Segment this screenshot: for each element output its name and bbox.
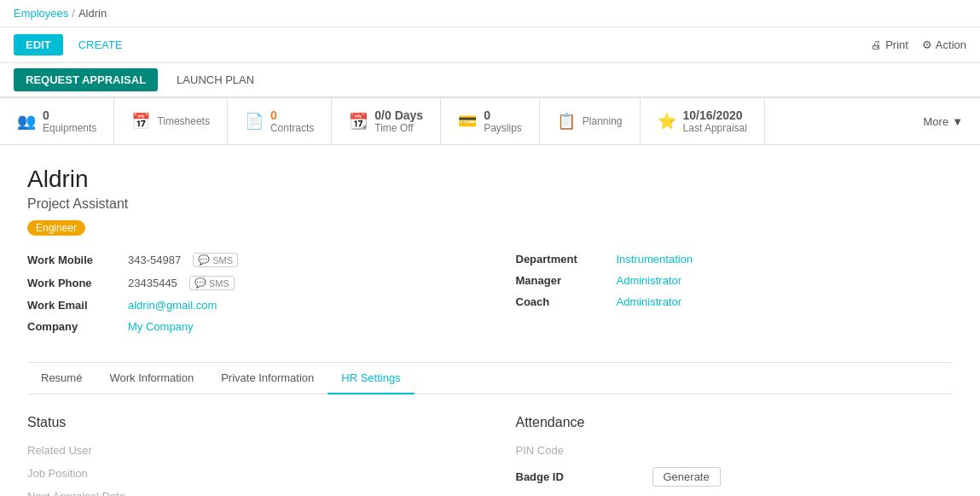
sms-phone-icon: 💬 — [194, 277, 206, 289]
work-email-value[interactable]: aldrin@gmail.com — [128, 299, 217, 312]
tabs: Resumé Work Information Private Informat… — [27, 363, 953, 394]
timeoff-count: 0/0 Days — [374, 108, 423, 122]
payslips-label: Payslips — [484, 122, 522, 134]
stat-tab-equipments[interactable]: 👥 0 Equipments — [0, 98, 114, 144]
equipments-label: Equipments — [43, 122, 96, 134]
stat-tab-planning[interactable]: 📋 Planning — [540, 98, 641, 144]
more-button[interactable]: More ▼ — [907, 98, 981, 144]
work-phone-row: Work Phone 23435445 💬 SMS — [27, 276, 465, 290]
status-title: Status — [27, 415, 465, 430]
tab-hr-settings[interactable]: HR Settings — [328, 363, 414, 394]
breadcrumb-parent[interactable]: Employees — [14, 7, 68, 20]
employee-name: Aldrin — [27, 166, 953, 193]
action-label: Action — [936, 38, 966, 51]
print-label: Print — [885, 38, 908, 51]
coach-row: Coach Administrator — [516, 295, 954, 308]
company-row: Company My Company — [27, 320, 465, 333]
appraisal-label: Last Appraisal — [683, 122, 747, 134]
create-button[interactable]: CREATE — [70, 34, 131, 55]
gear-icon: ⚙ — [922, 38, 932, 51]
work-mobile-sms-button[interactable]: 💬 SMS — [193, 253, 238, 267]
next-appraisal-label: Next Appraisal Date — [27, 490, 164, 496]
more-label: More — [924, 115, 949, 128]
work-phone-sms-button[interactable]: 💬 SMS — [189, 276, 235, 290]
breadcrumb-separator: / — [72, 7, 75, 20]
request-appraisal-button[interactable]: REQUEST APPRAISAL — [14, 68, 158, 91]
sms-mobile-icon: 💬 — [198, 254, 210, 266]
tabs-container: Resumé Work Information Private Informat… — [27, 362, 953, 496]
company-label: Company — [27, 320, 121, 333]
stat-tab-contracts[interactable]: 📄 0 Contracts — [228, 98, 332, 144]
status-section: Status Related User Job Position Next Ap… — [27, 415, 465, 496]
timeoff-label: Time Off — [374, 122, 423, 134]
action-bar: REQUEST APPRAISAL LAUNCH PLAN — [0, 63, 980, 98]
employee-info-grid: Work Mobile 343-54987 💬 SMS Work Phone 2… — [27, 253, 953, 341]
generate-button[interactable]: Generate — [652, 467, 721, 487]
payslips-count: 0 — [484, 108, 522, 122]
work-mobile-label: Work Mobile — [27, 254, 121, 266]
job-position-label: Job Position — [27, 467, 164, 480]
badge-id-row: Badge ID Generate — [516, 467, 954, 487]
timesheets-label: Timesheets — [157, 115, 210, 127]
manager-label: Manager — [516, 274, 610, 287]
timeoff-icon: 📆 — [349, 112, 368, 131]
appraisal-count: 10/16/2020 — [683, 108, 747, 122]
contracts-count: 0 — [270, 108, 314, 122]
work-mobile-value: 343-54987 — [128, 254, 181, 266]
tab-private-information[interactable]: Private Information — [207, 363, 328, 394]
badge-id-label: Badge ID — [516, 470, 652, 483]
work-phone-label: Work Phone — [27, 277, 121, 289]
equipments-icon: 👥 — [17, 112, 36, 131]
stat-tab-timeoff[interactable]: 📆 0/0 Days Time Off — [332, 98, 441, 144]
next-appraisal-row: Next Appraisal Date — [27, 490, 465, 496]
toolbar: EDIT CREATE 🖨 Print ⚙ Action — [0, 27, 980, 63]
coach-value[interactable]: Administrator — [617, 295, 682, 308]
company-value[interactable]: My Company — [128, 320, 194, 333]
print-action[interactable]: 🖨 Print — [871, 38, 908, 51]
payslips-icon: 💳 — [458, 112, 477, 131]
tab-resume[interactable]: Resumé — [27, 363, 96, 394]
launch-plan-button[interactable]: LAUNCH PLAN — [165, 68, 266, 91]
stat-tab-payslips[interactable]: 💳 0 Payslips — [441, 98, 540, 144]
stat-tabs-bar: 👥 0 Equipments 📅 Timesheets 📄 0 Contract… — [0, 98, 980, 145]
work-mobile-row: Work Mobile 343-54987 💬 SMS — [27, 253, 465, 267]
related-user-label: Related User — [27, 444, 164, 457]
manager-value[interactable]: Administrator — [617, 274, 682, 287]
department-row: Department Instrumentation — [516, 253, 954, 266]
equipments-count: 0 — [43, 108, 96, 122]
related-user-row: Related User — [27, 444, 465, 457]
department-value[interactable]: Instrumentation — [617, 253, 693, 266]
hr-settings-content: Status Related User Job Position Next Ap… — [27, 394, 953, 496]
work-phone-value: 23435445 — [128, 277, 177, 289]
employee-title: Project Assistant — [27, 196, 953, 212]
attendance-title: Attendance — [516, 415, 954, 430]
tab-work-information[interactable]: Work Information — [96, 363, 207, 394]
attendance-section: Attendance PIN Code Badge ID Generate — [516, 415, 954, 496]
contracts-label: Contracts — [270, 122, 314, 134]
edit-button[interactable]: EDIT — [14, 34, 63, 55]
department-label: Department — [516, 253, 610, 266]
planning-label: Planning — [583, 115, 623, 127]
job-position-row: Job Position — [27, 467, 465, 480]
breadcrumb-current: Aldrin — [78, 7, 107, 20]
stat-tab-timesheets[interactable]: 📅 Timesheets — [114, 98, 228, 144]
work-email-label: Work Email — [27, 299, 121, 312]
pin-code-label: PIN Code — [516, 444, 652, 457]
manager-row: Manager Administrator — [516, 274, 954, 287]
coach-label: Coach — [516, 295, 610, 308]
work-email-row: Work Email aldrin@gmail.com — [27, 299, 465, 312]
appraisal-icon: ⭐ — [658, 112, 676, 131]
contracts-icon: 📄 — [245, 112, 264, 131]
main-content: Aldrin Project Assistant Engineer Work M… — [0, 145, 980, 496]
chevron-down-icon: ▼ — [952, 115, 963, 128]
employee-info-left: Work Mobile 343-54987 💬 SMS Work Phone 2… — [27, 253, 465, 341]
breadcrumb: Employees / Aldrin — [0, 0, 980, 27]
stat-tab-appraisal[interactable]: ⭐ 10/16/2020 Last Appraisal — [641, 98, 765, 144]
print-icon: 🖨 — [871, 38, 882, 51]
planning-icon: 📋 — [557, 112, 576, 131]
employee-badge: Engineer — [27, 220, 85, 236]
employee-info-right: Department Instrumentation Manager Admin… — [516, 253, 954, 341]
action-action[interactable]: ⚙ Action — [922, 38, 966, 51]
timesheets-icon: 📅 — [131, 112, 150, 131]
pin-code-row: PIN Code — [516, 444, 954, 457]
